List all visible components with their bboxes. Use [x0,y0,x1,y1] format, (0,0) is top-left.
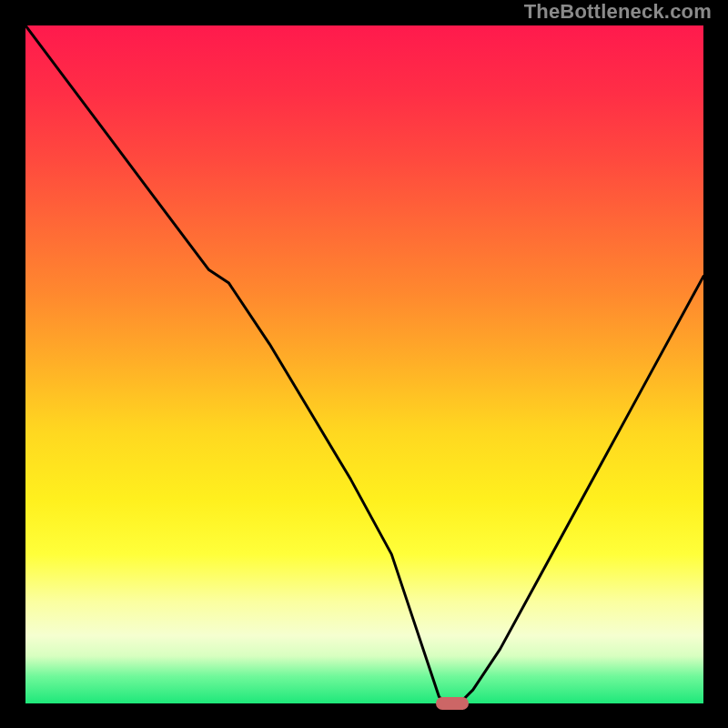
bottleneck-plot [25,25,703,703]
watermark-text: TheBottleneck.com [524,0,712,24]
chart-frame: TheBottleneck.com [0,0,728,728]
gradient-background [25,25,703,703]
optimal-point-marker [436,697,469,710]
